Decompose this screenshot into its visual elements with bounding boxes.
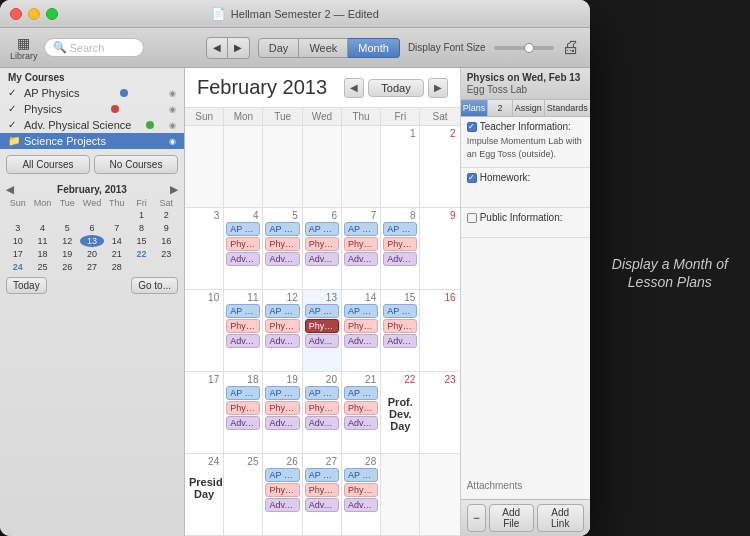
public-checkbox[interactable] [467,213,477,223]
cal-cell-18[interactable]: 18 AP Physics Physics Adv. Physical [224,372,263,454]
mini-goto-button[interactable]: Go to... [131,277,178,294]
mini-day-18[interactable]: 18 [31,248,55,260]
event-adv-physical[interactable]: Adv. Physical [226,252,260,266]
event-ap-physics[interactable]: AP Physics [383,304,417,318]
mini-day-25[interactable]: 25 [31,261,55,273]
event-adv-physical[interactable]: Adv. Physical [265,334,299,348]
event-physics[interactable]: Physics [305,483,339,497]
event-adv-physical[interactable]: Adv. Physical [305,498,339,512]
event-adv-physical[interactable]: Adv. Physical [226,416,260,430]
mini-day-12[interactable]: 12 [55,235,79,247]
event-ap-physics[interactable]: AP Physics [226,222,260,236]
remove-attachment-button[interactable]: − [467,504,486,532]
minimize-button[interactable] [28,8,40,20]
event-adv-physical[interactable]: Adv. Physical [305,334,339,348]
cal-cell-15[interactable]: 15 AP Physics Physics Adv. Physical [381,290,420,372]
event-physics[interactable]: Physics [265,483,299,497]
event-physics[interactable]: Physics [265,401,299,415]
event-adv-physical[interactable]: Adv. Physical [383,334,417,348]
mini-day-24[interactable]: 24 [6,261,30,273]
event-physics[interactable]: Physics [265,237,299,251]
event-ap-physics[interactable]: AP Physics [265,386,299,400]
event-ap-physics[interactable]: AP Physics [305,222,339,236]
event-adv-physical[interactable]: Adv. Physical [265,498,299,512]
mini-cal-prev[interactable]: ◀ [6,184,14,195]
mini-day-16[interactable]: 16 [154,235,178,247]
event-ap-physics[interactable]: AP Physics [344,386,378,400]
tab-week[interactable]: Week [299,38,348,58]
event-adv-physical[interactable]: Adv. Physical [344,334,378,348]
event-physics[interactable]: Physics [344,319,378,333]
library-button[interactable]: ▦ Library [10,35,38,61]
event-ap-physics[interactable]: AP Physics [226,386,260,400]
event-physics-selected[interactable]: Physics [305,319,339,333]
event-physics[interactable]: Physics [305,237,339,251]
cal-cell-26[interactable]: 26 AP Physics Physics Adv. Physical [263,454,302,536]
event-ap-physics[interactable]: AP Physics [305,468,339,482]
event-physics[interactable]: Physics [383,319,417,333]
mini-day-20[interactable]: 20 [80,248,104,260]
mini-day-26[interactable]: 26 [55,261,79,273]
mini-day-28[interactable]: 28 [105,261,129,273]
mini-day-27[interactable]: 27 [80,261,104,273]
mini-day-19[interactable]: 19 [55,248,79,260]
event-ap-physics[interactable]: AP Physics [305,386,339,400]
sidebar-item-science-projects[interactable]: 📁 Science Projects ◉ [0,133,184,149]
mini-cal-next[interactable]: ▶ [170,184,178,195]
event-ap-physics[interactable]: AP Physics [305,304,339,318]
cal-cell-27[interactable]: 27 AP Physics Physics Adv. Physical [303,454,342,536]
teacher-checkbox[interactable]: ✓ [467,122,477,132]
cal-next-button[interactable]: ▶ [428,78,448,98]
mini-day-6[interactable]: 6 [80,222,104,234]
event-physics[interactable]: Physics [226,401,260,415]
mini-day-22[interactable]: 22 [130,248,154,260]
next-arrow[interactable]: ▶ [228,37,250,59]
tab-2[interactable]: 2 [488,100,512,116]
event-ap-physics[interactable]: AP Physics [265,222,299,236]
cal-cell-28[interactable]: 28 AP Physics Physics Adv. Physical [342,454,381,536]
print-button[interactable]: 🖨 [562,37,580,58]
cal-cell-4[interactable]: 4 AP Physics Physics Adv. Physical [224,208,263,290]
tab-standards[interactable]: Standards [545,100,590,116]
close-button[interactable] [10,8,22,20]
cal-cell-19[interactable]: 19 AP Physics Physics Adv. Physical [263,372,302,454]
event-adv-physical[interactable]: Adv. Physical [344,252,378,266]
mini-day-4[interactable]: 4 [31,222,55,234]
all-courses-button[interactable]: All Courses [6,155,90,174]
event-physics[interactable]: Physics [383,237,417,251]
mini-day-10[interactable]: 10 [6,235,30,247]
add-file-button[interactable]: Add File [489,504,534,532]
cal-cell-6[interactable]: 6 AP Physics Physics Adv. Physical [303,208,342,290]
tab-day[interactable]: Day [258,38,300,58]
cal-cell-5[interactable]: 5 AP Physics Physics Adv. Physical [263,208,302,290]
cal-cell-8[interactable]: 8 AP Physics Physics Adv. Physical [381,208,420,290]
mini-day-5[interactable]: 5 [55,222,79,234]
event-adv-physical[interactable]: Adv. Physical [344,498,378,512]
event-adv-physical[interactable]: Adv. Physical [265,252,299,266]
event-adv-physical[interactable]: Adv. Physical [383,252,417,266]
mini-day-9[interactable]: 9 [154,222,178,234]
mini-day-14[interactable]: 14 [105,235,129,247]
event-adv-physical[interactable]: Adv. Physical [305,252,339,266]
event-physics[interactable]: Physics [344,237,378,251]
event-physics[interactable]: Physics [265,319,299,333]
event-ap-physics[interactable]: AP Physics [265,304,299,318]
event-ap-physics[interactable]: AP Physics [344,304,378,318]
event-adv-physical[interactable]: Adv. Physical [265,416,299,430]
mini-day-1[interactable]: 1 [130,209,154,221]
cal-cell-7[interactable]: 7 AP Physics Physics Adv. Physical [342,208,381,290]
mini-day-17[interactable]: 17 [6,248,30,260]
event-physics[interactable]: Physics [344,401,378,415]
event-physics[interactable]: Physics [226,319,260,333]
mini-day-13[interactable]: 13 [80,235,104,247]
cal-cell-20[interactable]: 20 AP Physics Physics Adv. Physical [303,372,342,454]
sidebar-item-physics[interactable]: ✓ Physics ◉ [0,101,184,117]
event-physics[interactable]: Physics [226,237,260,251]
cal-cell-13[interactable]: 13 AP Physics Physics Adv. Physical [303,290,342,372]
mini-day-21[interactable]: 21 [105,248,129,260]
mini-day-3[interactable]: 3 [6,222,30,234]
tab-assign[interactable]: Assign [513,100,545,116]
event-ap-physics[interactable]: AP Physics [226,304,260,318]
event-ap-physics[interactable]: AP Physics [344,468,378,482]
cal-cell-12[interactable]: 12 AP Physics Physics Adv. Physical [263,290,302,372]
